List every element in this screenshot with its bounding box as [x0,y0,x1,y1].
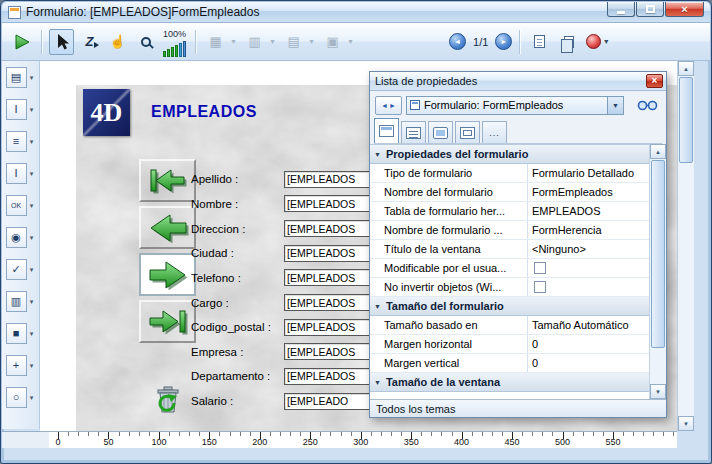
collapse-arrow-icon: ▼ [374,379,381,386]
zoom-bar [179,43,182,57]
scroll-up-button[interactable]: ▲ [650,144,666,159]
tab-more[interactable]: ... [482,121,507,143]
tool-button-dropdown[interactable]: ▾ [28,202,36,210]
tool-oval-dropdown[interactable]: ▾ [28,394,36,402]
tool-rectangle[interactable]: ■ [6,323,27,344]
display-tool-button[interactable]: ▣ [320,29,345,55]
hand-tool-button[interactable]: ☝ [105,29,130,55]
tool-checkbox-dropdown[interactable]: ▾ [28,266,36,274]
property-value[interactable]: FormEmpleados [528,183,649,201]
tool-input-field-dropdown[interactable]: ▾ [28,106,36,114]
property-value[interactable]: 0 [528,354,649,372]
zoom-bar [163,51,166,57]
window-titlebar[interactable]: Formulario: [EMPLEADOS]FormEmpleados × [2,2,710,23]
property-value[interactable]: Formulario Detallado [528,164,649,182]
tool-static-text-dropdown[interactable]: ▾ [28,74,36,82]
tool-listbox-dropdown[interactable]: ▾ [28,138,36,146]
previous-page-button[interactable]: ◄ [449,33,466,50]
delete-record-button[interactable] [139,378,196,426]
tab-order-tool-button[interactable]: Z [77,29,102,55]
property-label: No invertir objetos (Wi... [370,278,528,296]
combo-dropdown-button[interactable]: ▼ [607,97,623,114]
property-label: Nombre de formulario ... [370,221,528,239]
close-button[interactable]: × [665,2,704,17]
checkbox[interactable] [534,281,546,293]
property-value[interactable]: EMPLEADOS [528,202,649,220]
level-tool-button[interactable]: ▤ [281,29,306,55]
goggles-icon[interactable] [637,99,658,112]
property-scrollbar[interactable]: ▲ ▼ [649,144,666,399]
tool-button[interactable]: OK [6,195,27,216]
toolbar-separator [41,30,42,54]
section-header[interactable]: ▼Tamaño del formulario [370,297,649,316]
tool-rectangle-dropdown[interactable]: ▾ [28,330,36,338]
scroll-down-button[interactable]: ▼ [650,384,666,399]
select-tool-button[interactable] [49,29,74,55]
tool-static-text-icon: ▤ [11,72,21,83]
align-tool-button-dropdown[interactable]: ▾ [228,29,239,55]
tool-combobox-icon: I [14,168,17,179]
scrollbar-thumb[interactable] [651,160,665,348]
tool-combobox-dropdown[interactable]: ▾ [28,170,36,178]
execute-form-button[interactable] [9,29,34,55]
property-list-close-button[interactable]: × [646,74,663,88]
property-list-titlebar[interactable]: Lista de propiedades × [370,72,666,91]
property-row: Margen vertical0 [370,354,649,373]
checkbox[interactable] [534,262,546,274]
object-navigate-button[interactable]: ◄ ► [375,96,402,115]
tool-radio-button-dropdown[interactable]: ▾ [28,234,36,242]
first-record-button[interactable] [139,159,196,202]
previous-record-button[interactable] [139,206,196,249]
distribute-tool-button-dropdown[interactable]: ▾ [267,29,278,55]
tool-line-dropdown[interactable]: ▾ [28,362,36,370]
tool-static-text[interactable]: ▤ [6,67,27,88]
new-page-button[interactable] [527,29,552,55]
tab-screen[interactable] [428,121,453,143]
zoom-tool-button[interactable] [133,29,158,55]
minimize-button[interactable] [607,2,635,17]
tab-page[interactable] [401,121,426,143]
tool-splitter-dropdown[interactable]: ▾ [28,298,36,306]
tool-radio-button[interactable]: ◉ [6,227,27,248]
tool-input-field[interactable]: I [6,99,27,120]
level-tool-icon: ▤ [287,34,299,49]
display-tool-button-dropdown[interactable]: ▾ [345,29,356,55]
tool-oval[interactable]: ○ [6,387,27,408]
tool-static-text-group: ▤▾ [6,67,36,88]
last-record-button[interactable] [139,300,196,343]
maximize-button[interactable] [636,2,664,17]
next-page-button[interactable]: ► [495,33,512,50]
object-selector-combo[interactable]: Formulario: FormEmpleados ▼ [406,96,624,115]
property-value[interactable] [528,278,649,296]
zoom-level-bars[interactable] [163,40,186,57]
scroll-up-button[interactable]: ▲ [678,61,694,76]
page-stack-button[interactable] [555,29,580,55]
property-value[interactable]: <Ninguno> [528,240,649,258]
property-value[interactable]: 0 [528,335,649,353]
tool-checkbox[interactable]: ✓ [6,259,27,280]
field-label: Salario : [191,395,284,407]
property-value[interactable] [528,259,649,277]
scroll-down-button[interactable]: ▼ [678,416,694,431]
property-value[interactable]: FormHerencia [528,221,649,239]
tab-display[interactable] [455,121,480,143]
tab-form-properties[interactable] [374,118,399,143]
next-record-button[interactable] [139,253,196,296]
scrollbar-thumb[interactable] [679,77,693,163]
align-tool-button[interactable]: ▦ [203,29,228,55]
horizontal-ruler: 050100150200250300350400450500550 [49,431,677,448]
level-tool-button-dropdown[interactable]: ▾ [306,29,317,55]
section-header[interactable]: ▼Propiedades del formulario [370,145,649,164]
page-icon [534,35,545,48]
object-library-button[interactable]: ▾ [583,29,611,55]
section-header[interactable]: ▼Tamaño de la ventana [370,373,649,392]
property-value[interactable]: Tamaño Automático [528,316,649,334]
tool-combobox[interactable]: I [6,163,27,184]
canvas-vertical-scrollbar[interactable]: ▲ ▼ [677,61,694,431]
distribute-tool-button[interactable]: ▥ [242,29,267,55]
distribute-tool-icon: ▥ [248,34,260,49]
themes-footer[interactable]: Todos los temas [370,399,666,417]
tool-splitter[interactable]: ▥ [6,291,27,312]
tool-listbox[interactable]: ≡ [6,131,27,152]
tool-line[interactable]: + [6,355,27,376]
